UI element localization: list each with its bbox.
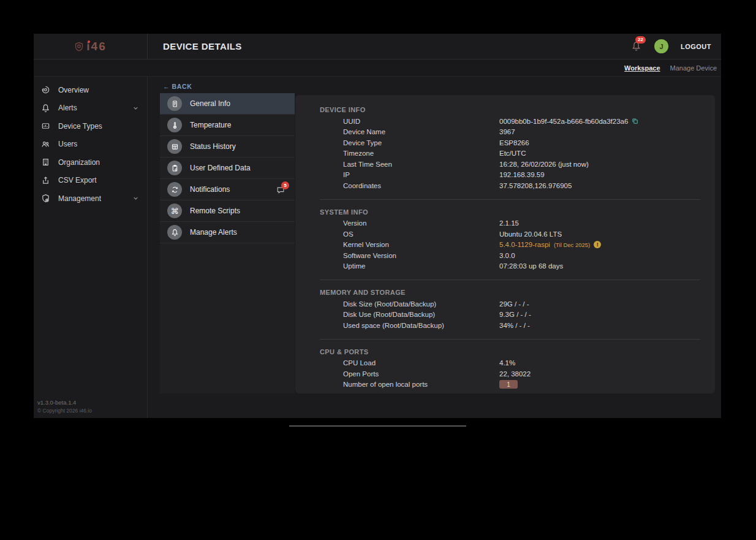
- tab-label: User Defined Data: [190, 164, 251, 172]
- sidebar-item-label: Management: [58, 194, 101, 203]
- tab-label: Temperature: [190, 121, 231, 129]
- sidebar: Overview Alerts Device Types Users Organ…: [34, 77, 148, 418]
- section-title-cpu-ports: CPU & PORTS: [320, 346, 703, 358]
- back-link[interactable]: ← BACK: [163, 83, 192, 90]
- tab-notifications[interactable]: Notifications 5: [160, 179, 295, 200]
- tab-remote-scripts[interactable]: ⌘ Remote Scripts: [160, 200, 295, 222]
- tab-label: Notifications: [190, 185, 230, 194]
- info-row-software-version: Software Version 3.0.0: [320, 250, 703, 261]
- export-icon: [40, 176, 51, 185]
- sync-icon: [167, 182, 182, 197]
- page-title: DEVICE DETAILS: [148, 34, 631, 59]
- management-shield-icon: [40, 194, 51, 203]
- sidebar-footer: v1.3.0-beta.1.4 © Copyright 2026 i46.io: [37, 399, 92, 414]
- tab-label: Manage Alerts: [190, 228, 237, 237]
- tab-general-info[interactable]: General Info: [160, 93, 295, 115]
- clipboard-icon: [167, 161, 182, 175]
- local-ports-count-badge[interactable]: 1: [499, 380, 518, 389]
- info-row-device-name: Device Name 3967: [320, 127, 703, 138]
- sidebar-item-label: CSV Export: [58, 176, 97, 184]
- info-row-version: Version 2.1.15: [320, 218, 703, 229]
- sidebar-item-organization[interactable]: Organization: [34, 153, 147, 172]
- window-resize-handle[interactable]: [289, 425, 466, 427]
- copyright-text: © Copyright 2026 i46.io: [37, 408, 92, 414]
- info-row-device-type: Device Type ESP8266: [320, 137, 703, 148]
- kernel-eol-note: (Til Dec 2025): [554, 241, 590, 248]
- notifications-bell-button[interactable]: 22: [631, 41, 642, 52]
- notifications-tab-badge: 5: [281, 181, 289, 189]
- sidebar-item-label: Alerts: [58, 104, 77, 112]
- sidebar-item-label: Device Types: [58, 122, 102, 131]
- info-row-cpu-load: CPU Load 4.1%: [320, 358, 703, 369]
- notification-count-badge: 22: [635, 36, 646, 44]
- sidebar-item-csv-export[interactable]: CSV Export: [34, 172, 147, 190]
- app-window: i46 DEVICE DETAILS 22 J LOGOUT Workspace…: [34, 34, 721, 418]
- tab-temperature[interactable]: Temperature: [160, 115, 295, 136]
- info-row-uptime: Uptime 07:28:03 up 68 days: [320, 261, 703, 272]
- section-divider: [320, 280, 700, 280]
- avatar-initial: J: [659, 43, 663, 50]
- device-tab-list: General Info Temperature Status History …: [160, 93, 295, 394]
- shield-icon: [74, 42, 84, 51]
- users-icon: [40, 140, 51, 149]
- header-actions: 22 J LOGOUT: [631, 34, 721, 59]
- sidebar-item-alerts[interactable]: Alerts: [34, 99, 147, 118]
- info-row-open-ports: Open Ports 22, 38022: [320, 368, 703, 379]
- tab-label: Status History: [190, 142, 236, 151]
- sidebar-item-device-types[interactable]: Device Types: [34, 117, 147, 135]
- warning-icon: !: [594, 241, 601, 248]
- command-icon: ⌘: [167, 203, 182, 218]
- avatar[interactable]: J: [654, 39, 668, 53]
- copy-icon[interactable]: [632, 118, 638, 124]
- section-title-memory-storage: MEMORY AND STORAGE: [320, 286, 703, 299]
- tab-status-history[interactable]: Status History: [160, 136, 295, 158]
- sidebar-item-label: Overview: [58, 86, 89, 94]
- sidebar-item-users[interactable]: Users: [34, 135, 147, 154]
- brand-logo: i46: [74, 40, 106, 53]
- info-row-coordinates: Coordinates 37.578208,126.976905: [320, 180, 703, 191]
- info-row-timezone: Timezone Etc/UTC: [320, 148, 703, 159]
- section-divider: [320, 199, 700, 200]
- info-row-last-time-seen: Last Time Seen 16:28, 26/02/2026 (just n…: [320, 159, 703, 170]
- app-header: i46 DEVICE DETAILS 22 J LOGOUT: [34, 34, 721, 59]
- bell-icon: [167, 225, 182, 240]
- info-row-ip: IP 192.168.39.59: [320, 170, 703, 181]
- chevron-down-icon: [132, 105, 139, 112]
- message-bubble-icon: 5: [276, 186, 285, 197]
- tab-manage-alerts[interactable]: Manage Alerts: [160, 222, 295, 243]
- section-title-system-info: SYSTEM INFO: [320, 206, 703, 218]
- logo-dot: [88, 40, 90, 43]
- document-icon: [167, 96, 182, 111]
- organization-icon: [40, 158, 51, 167]
- sidebar-item-overview[interactable]: Overview: [34, 81, 147, 99]
- logo-area[interactable]: i46: [34, 34, 148, 59]
- chevron-down-icon: [132, 195, 139, 202]
- info-row-uuid: UUID 0009bb0b-1b9f-452a-b666-fb60da3f23a…: [320, 116, 703, 127]
- info-row-os: OS Ubuntu 20.04.6 LTS: [320, 229, 703, 240]
- info-row-kernel-version: Kernel Version 5.4.0-1129-raspi (Til Dec…: [320, 240, 703, 251]
- section-divider: [320, 339, 700, 340]
- track-changes-icon: [40, 85, 51, 94]
- info-row-local-ports: Number of open local ports 1: [320, 379, 703, 390]
- section-title-device-info: DEVICE INFO: [320, 104, 703, 116]
- logout-button[interactable]: LOGOUT: [681, 43, 711, 50]
- tab-label: General Info: [190, 99, 230, 108]
- info-row-used-space: Used space (Root/Data/Backup) 34% / - / …: [320, 320, 703, 331]
- sidebar-nav: Overview Alerts Device Types Users Organ…: [34, 77, 147, 208]
- sidebar-item-label: Users: [58, 140, 77, 148]
- workspace-link[interactable]: Workspace: [624, 64, 660, 72]
- info-row-disk-size: Disk Size (Root/Data/Backup) 29G / - / -: [320, 299, 703, 310]
- manage-device-link[interactable]: Manage Device: [670, 64, 717, 72]
- tab-user-defined-data[interactable]: User Defined Data: [160, 158, 295, 179]
- device-types-icon: [40, 121, 51, 131]
- bell-icon: [40, 104, 51, 113]
- history-table-icon: [167, 139, 182, 154]
- thermometer-icon: [167, 118, 182, 132]
- breadcrumb-bar: Workspace Manage Device: [34, 59, 721, 77]
- sidebar-item-management[interactable]: Management: [34, 189, 147, 208]
- device-detail-panel: DEVICE INFO UUID 0009bb0b-1b9f-452a-b666…: [295, 95, 715, 394]
- tab-label: Remote Scripts: [190, 207, 240, 215]
- info-row-disk-use: Disk Use (Root/Data/Backup) 9.3G / - / -: [320, 310, 703, 321]
- app-version: v1.3.0-beta.1.4: [37, 399, 92, 406]
- sidebar-item-label: Organization: [58, 158, 100, 167]
